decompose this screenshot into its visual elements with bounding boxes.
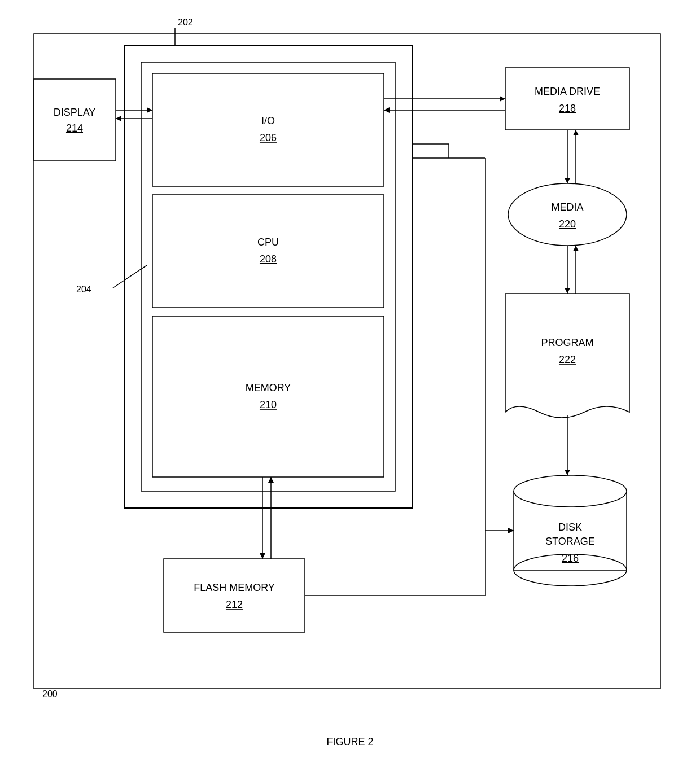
arrow-media-to-mediadrive bbox=[573, 130, 579, 135]
display-box bbox=[34, 79, 116, 161]
display-label: DISPLAY bbox=[54, 107, 96, 118]
arrow-media-to-program bbox=[565, 288, 570, 294]
io-box bbox=[152, 73, 384, 186]
svg-line-1 bbox=[113, 265, 147, 288]
arrow-memory-to-flash bbox=[260, 553, 265, 559]
arrow-program-to-media bbox=[573, 246, 579, 251]
label-204: 204 bbox=[76, 284, 91, 294]
cpu-label: CPU bbox=[257, 237, 279, 248]
diagram-container: 200 202 204 I/O 206 CPU 208 MEMORY 210 D… bbox=[0, 0, 700, 766]
disk-storage-top bbox=[514, 475, 627, 507]
arrow-mediadrive-to-media bbox=[565, 178, 570, 183]
program-ref: 222 bbox=[559, 354, 576, 365]
arrow-display-to-io bbox=[147, 107, 152, 113]
arrow-io-to-display bbox=[116, 116, 121, 121]
figure-title: FIGURE 2 bbox=[326, 736, 373, 747]
cpu-ref: 208 bbox=[260, 253, 277, 265]
media-drive-box bbox=[505, 68, 629, 130]
media-label: MEDIA bbox=[551, 202, 583, 213]
label-202: 202 bbox=[178, 17, 193, 27]
memory-box bbox=[152, 316, 384, 477]
arrow-to-disk bbox=[508, 528, 514, 533]
cpu-box bbox=[152, 195, 384, 308]
flash-memory-box bbox=[164, 559, 305, 632]
memory-label: MEMORY bbox=[246, 382, 291, 393]
arrow-mediadrive-to-io bbox=[384, 107, 390, 113]
arrow-flash-to-memory bbox=[268, 477, 274, 483]
flash-label: FLASH MEMORY bbox=[194, 582, 275, 593]
disk-label2: STORAGE bbox=[545, 536, 595, 547]
disk-label1: DISK bbox=[558, 522, 582, 533]
disk-ref: 216 bbox=[562, 553, 579, 564]
media-oval bbox=[508, 183, 627, 246]
arrow-program-to-disk bbox=[565, 470, 570, 475]
outer-box-label: 200 bbox=[42, 689, 58, 699]
io-ref: 206 bbox=[260, 132, 277, 143]
processor-inner-box bbox=[141, 62, 395, 491]
flash-ref: 212 bbox=[226, 599, 243, 610]
media-ref: 220 bbox=[559, 218, 576, 230]
io-label: I/O bbox=[261, 115, 275, 126]
memory-ref: 210 bbox=[260, 399, 277, 410]
display-ref: 214 bbox=[66, 122, 83, 134]
arrow-io-to-mediadrive bbox=[500, 96, 505, 102]
program-label: PROGRAM bbox=[541, 337, 593, 348]
media-drive-label: MEDIA DRIVE bbox=[535, 86, 600, 97]
media-drive-ref: 218 bbox=[559, 103, 576, 114]
